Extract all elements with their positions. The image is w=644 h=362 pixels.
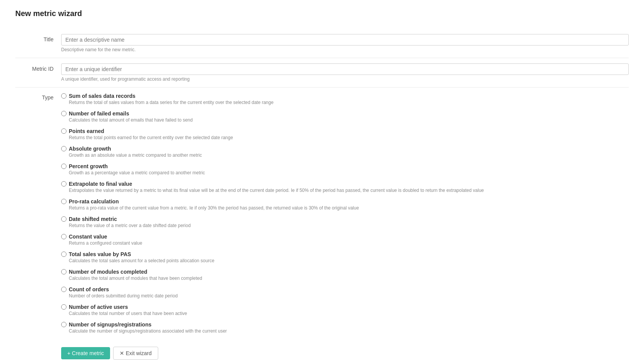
footer-buttons: + Create metric ✕ Exit wizard bbox=[61, 347, 158, 360]
type-option-header-failed_emails[interactable]: Number of failed emails bbox=[61, 110, 629, 117]
footer-section: + Create metric ✕ Exit wizard You can en… bbox=[15, 339, 629, 362]
type-option-header-extrapolate[interactable]: Extrapolate to final value bbox=[61, 181, 629, 187]
type-option-desc-absolute_growth: Growth as an absolute value a metric com… bbox=[61, 153, 629, 158]
type-option-failed_emails: Number of failed emailsCalculates the to… bbox=[61, 110, 629, 123]
type-option-desc-constant: Returns a configured constant value bbox=[61, 240, 629, 246]
type-option-date_shifted: Date shifted metricReturns the value of … bbox=[61, 216, 629, 228]
metric-id-field-row: Metric ID A unique identifier, used for … bbox=[15, 58, 629, 88]
form-section: Title Descriptive name for the new metri… bbox=[15, 29, 629, 339]
title-input[interactable] bbox=[61, 34, 629, 45]
type-option-desc-signups: Calculate the number of signups/registra… bbox=[61, 328, 629, 334]
type-radio-percent_growth[interactable] bbox=[61, 164, 67, 169]
type-option-name-pro_rata: Pro-rata calculation bbox=[69, 198, 119, 205]
type-option-total_sales_pas: Total sales value by PASCalculates the t… bbox=[61, 251, 629, 263]
type-option-header-percent_growth[interactable]: Percent growth bbox=[61, 163, 629, 169]
type-radio-date_shifted[interactable] bbox=[61, 216, 67, 222]
type-option-name-sum_sales: Sum of sales data records bbox=[69, 93, 135, 99]
type-radio-count_orders[interactable] bbox=[61, 287, 67, 292]
type-option-percent_growth: Percent growthGrowth as a percentage val… bbox=[61, 163, 629, 175]
type-option-name-constant: Constant value bbox=[69, 234, 107, 240]
type-option-header-total_sales_pas[interactable]: Total sales value by PAS bbox=[61, 251, 629, 257]
type-option-desc-count_orders: Number of orders submitted during metric… bbox=[61, 293, 629, 299]
create-metric-button[interactable]: + Create metric bbox=[61, 347, 110, 359]
metric-id-hint: A unique identifier, used for programmat… bbox=[61, 76, 629, 82]
type-option-name-active_users: Number of active users bbox=[69, 304, 128, 310]
type-option-modules_completed: Number of modules completedCalculates th… bbox=[61, 269, 629, 281]
type-option-header-modules_completed[interactable]: Number of modules completed bbox=[61, 269, 629, 275]
type-radio-active_users[interactable] bbox=[61, 304, 67, 310]
type-option-points_earned: Points earnedReturns the total points ea… bbox=[61, 128, 629, 140]
type-option-header-constant[interactable]: Constant value bbox=[61, 234, 629, 240]
type-option-sum_sales: Sum of sales data recordsReturns the tot… bbox=[61, 93, 629, 105]
type-option-name-signups: Number of signups/registrations bbox=[69, 321, 151, 328]
type-option-count_orders: Count of ordersNumber of orders submitte… bbox=[61, 286, 629, 299]
title-field-content: Descriptive name for the new metric. bbox=[61, 34, 629, 52]
type-option-header-sum_sales[interactable]: Sum of sales data records bbox=[61, 93, 629, 99]
type-option-header-pro_rata[interactable]: Pro-rata calculation bbox=[61, 198, 629, 205]
title-field-row: Title Descriptive name for the new metri… bbox=[15, 29, 629, 58]
type-radio-signups[interactable] bbox=[61, 322, 67, 327]
type-option-pro_rata: Pro-rata calculationReturns a pro-rata v… bbox=[61, 198, 629, 211]
type-radio-absolute_growth[interactable] bbox=[61, 146, 67, 151]
type-option-name-points_earned: Points earned bbox=[69, 128, 104, 134]
type-radio-constant[interactable] bbox=[61, 234, 67, 239]
type-option-name-extrapolate: Extrapolate to final value bbox=[69, 181, 132, 187]
type-option-extrapolate: Extrapolate to final valueExtrapolates t… bbox=[61, 181, 629, 193]
type-option-header-signups[interactable]: Number of signups/registrations bbox=[61, 321, 629, 328]
type-option-desc-extrapolate: Extrapolates the value returned by a met… bbox=[61, 188, 629, 193]
type-option-absolute_growth: Absolute growthGrowth as an absolute val… bbox=[61, 146, 629, 158]
type-option-desc-sum_sales: Returns the total of sales values from a… bbox=[61, 100, 629, 105]
type-option-desc-pro_rata: Returns a pro-rata value of the current … bbox=[61, 205, 629, 211]
type-option-constant: Constant valueReturns a configured const… bbox=[61, 234, 629, 246]
type-option-desc-active_users: Calculates the total number of users tha… bbox=[61, 311, 629, 316]
type-option-signups: Number of signups/registrationsCalculate… bbox=[61, 321, 629, 334]
type-label: Type bbox=[15, 93, 61, 101]
type-option-desc-modules_completed: Calculates the total amount of modules t… bbox=[61, 276, 629, 281]
type-section: Type Sum of sales data recordsReturns th… bbox=[15, 88, 629, 339]
type-option-header-date_shifted[interactable]: Date shifted metric bbox=[61, 216, 629, 222]
type-option-name-failed_emails: Number of failed emails bbox=[69, 110, 129, 117]
title-label: Title bbox=[15, 34, 61, 42]
type-option-name-modules_completed: Number of modules completed bbox=[69, 269, 147, 275]
type-radio-points_earned[interactable] bbox=[61, 128, 67, 134]
type-option-desc-date_shifted: Returns the value of a metric over a dat… bbox=[61, 223, 629, 228]
type-option-desc-total_sales_pas: Calculates the total sales amount for a … bbox=[61, 258, 629, 263]
type-radio-failed_emails[interactable] bbox=[61, 111, 67, 116]
exit-wizard-button[interactable]: ✕ Exit wizard bbox=[113, 347, 158, 360]
type-radio-extrapolate[interactable] bbox=[61, 181, 67, 187]
type-option-name-total_sales_pas: Total sales value by PAS bbox=[69, 251, 131, 257]
metric-id-input[interactable] bbox=[61, 63, 629, 75]
type-option-name-absolute_growth: Absolute growth bbox=[69, 146, 111, 152]
type-option-active_users: Number of active usersCalculates the tot… bbox=[61, 304, 629, 316]
type-option-desc-failed_emails: Calculates the total amount of emails th… bbox=[61, 117, 629, 123]
type-option-desc-points_earned: Returns the total points earned for the … bbox=[61, 135, 629, 140]
type-radio-modules_completed[interactable] bbox=[61, 269, 67, 274]
page-title: New metric wizard bbox=[15, 9, 629, 18]
metric-id-label: Metric ID bbox=[15, 63, 61, 72]
type-radio-pro_rata[interactable] bbox=[61, 199, 67, 204]
type-radio-sum_sales[interactable] bbox=[61, 93, 67, 99]
type-option-name-percent_growth: Percent growth bbox=[69, 163, 108, 169]
type-option-header-count_orders[interactable]: Count of orders bbox=[61, 286, 629, 292]
type-option-header-points_earned[interactable]: Points earned bbox=[61, 128, 629, 134]
title-hint: Descriptive name for the new metric. bbox=[61, 47, 629, 52]
type-option-header-active_users[interactable]: Number of active users bbox=[61, 304, 629, 310]
type-option-name-count_orders: Count of orders bbox=[69, 286, 109, 292]
type-radio-total_sales_pas[interactable] bbox=[61, 252, 67, 257]
type-option-name-date_shifted: Date shifted metric bbox=[69, 216, 117, 222]
type-option-desc-percent_growth: Growth as a percentage value a metric co… bbox=[61, 170, 629, 175]
type-options: Sum of sales data recordsReturns the tot… bbox=[61, 93, 629, 334]
type-option-header-absolute_growth[interactable]: Absolute growth bbox=[61, 146, 629, 152]
metric-id-field-content: A unique identifier, used for programmat… bbox=[61, 63, 629, 82]
